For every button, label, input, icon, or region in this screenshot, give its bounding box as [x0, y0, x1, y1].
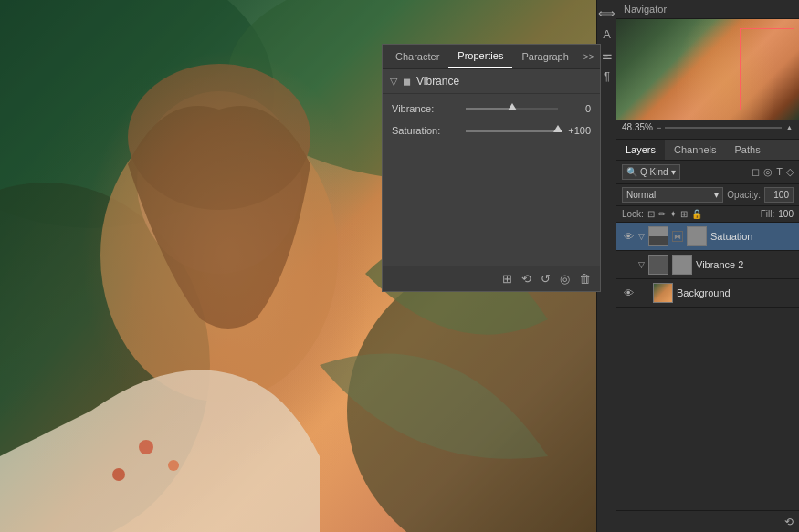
layers-panel: Navigator 48.35% − ▲ Layers Channels Pat…	[616, 0, 799, 532]
saturation-track[interactable]	[466, 130, 558, 132]
tab-paths[interactable]: Paths	[726, 140, 770, 160]
layer-expand-vibrance2[interactable]: ▽	[638, 260, 645, 269]
lock-label: Lock:	[622, 209, 644, 219]
tab-channels[interactable]: Channels	[665, 140, 725, 160]
adjustment-layer-icon: ◼	[403, 76, 411, 88]
layers-tabs: Layers Channels Paths	[616, 140, 799, 161]
navigator-panel: Navigator 48.35% − ▲	[616, 0, 799, 140]
blend-mode-arrow: ▾	[714, 190, 719, 200]
layer-eye-vibrance2[interactable]: 👁	[622, 258, 635, 271]
zoom-increase-icon[interactable]: ▲	[785, 123, 794, 132]
zoom-bar: 48.35% − ▲	[616, 120, 799, 135]
panel-menu[interactable]: ≡	[600, 48, 613, 66]
adjustment-triangle-icon: ▽	[390, 76, 397, 88]
layer-name-background: Background	[677, 287, 794, 298]
layer-thumb-satuation	[648, 226, 668, 246]
layer-item-background[interactable]: 👁 Background	[616, 279, 799, 308]
layers-footer: ⟲	[616, 510, 799, 532]
layer-eye-background[interactable]: 👁	[622, 287, 635, 299]
panel-content: Vibrance: 0 Saturation: +100	[383, 94, 600, 266]
blend-mode-dropdown[interactable]: Normal ▾	[622, 187, 723, 203]
panel-footer: ⊞ ⟲ ↺ ◎ 🗑	[383, 266, 600, 291]
saturation-thumb[interactable]	[553, 125, 562, 132]
tab-properties[interactable]: Properties	[448, 45, 512, 68]
navigator-icon[interactable]: ⟺	[598, 7, 615, 19]
layer-thumb-background	[653, 283, 673, 303]
vibrance-track[interactable]	[466, 108, 558, 110]
type-icon[interactable]: A	[603, 28, 611, 40]
layer-name-satuation: Satuation	[710, 231, 794, 242]
lock-row: Lock: ⊡ ✏ ✦ ⊞ 🔒 Fill: 100	[616, 206, 799, 223]
tab-more[interactable]: >>	[578, 48, 600, 66]
footer-icon-reset[interactable]: ↺	[541, 272, 551, 286]
opacity-value[interactable]: 100	[764, 187, 794, 203]
blend-row: Normal ▾ Opacity: 100	[616, 184, 799, 206]
layer-name-vibrance2: Vibrance 2	[696, 259, 794, 270]
navigator-viewport-rect[interactable]	[740, 28, 794, 110]
layer-mask-satuation	[687, 226, 707, 246]
blend-mode-value: Normal	[626, 190, 656, 200]
saturation-row: Saturation: +100	[392, 125, 591, 136]
filter-kind-dropdown[interactable]: 🔍 Q Kind ▾	[622, 164, 680, 180]
paragraph-icon[interactable]: ¶	[604, 70, 610, 82]
search-icon: 🔍	[626, 167, 637, 177]
panel-header: ▽ ◼ Vibrance	[383, 69, 600, 94]
filter-icons: ◻ ◎ T ◇	[752, 166, 794, 178]
layer-thumb-vibrance2	[648, 255, 668, 275]
saturation-label: Saturation:	[392, 125, 460, 136]
zoom-value[interactable]: 48.35%	[622, 122, 653, 132]
layer-chain-satuation: ⧓	[672, 231, 683, 242]
filter-shape-icon[interactable]: ◇	[786, 166, 794, 178]
properties-panel: Character Properties Paragraph >> ≡ ▽ ◼ …	[382, 44, 601, 292]
opacity-label: Opacity:	[727, 190, 761, 200]
tab-paragraph[interactable]: Paragraph	[512, 46, 577, 68]
zoom-decrease-icon[interactable]: −	[657, 123, 661, 132]
svg-point-7	[139, 440, 153, 454]
fill-label: Fill:	[761, 209, 775, 219]
vibrance-row: Vibrance: 0	[392, 103, 591, 114]
panel-empty-space	[392, 147, 591, 256]
panel-tabs: Character Properties Paragraph >> ≡	[383, 45, 600, 69]
lock-icons: ⊡ ✏ ✦ ⊞ 🔒	[647, 209, 702, 219]
lock-artboard-icon[interactable]: ⊞	[680, 209, 688, 219]
layer-expand-satuation[interactable]: ▽	[638, 232, 645, 241]
layer-eye-satuation[interactable]: 👁	[622, 230, 635, 243]
filter-pixel-icon[interactable]: ◻	[752, 166, 760, 178]
vibrance-thumb[interactable]	[508, 103, 517, 110]
adjustment-type-label: Vibrance	[416, 75, 459, 88]
lock-pixels-icon[interactable]: ✏	[658, 209, 666, 219]
navigator-title: Navigator	[624, 4, 667, 15]
filter-adjustment-icon[interactable]: ◎	[763, 166, 773, 178]
zoom-slider[interactable]	[665, 127, 782, 129]
lock-position-icon[interactable]: ✦	[669, 209, 677, 219]
saturation-value: +100	[563, 125, 591, 136]
layer-item-vibrance2[interactable]: 👁 ▽ Vibrance 2	[616, 251, 799, 279]
footer-icon-delete[interactable]: 🗑	[579, 272, 591, 286]
fill-value[interactable]: 100	[778, 209, 794, 219]
lock-transparent-icon[interactable]: ⊡	[647, 209, 655, 219]
filter-type-icon[interactable]: T	[776, 166, 783, 178]
layers-search-row: 🔍 Q Kind ▾ ◻ ◎ T ◇	[616, 161, 799, 184]
lock-all-icon[interactable]: 🔒	[691, 209, 702, 219]
filter-kind-label: Q Kind	[640, 167, 668, 177]
filter-kind-arrow: ▾	[671, 167, 676, 177]
tab-character[interactable]: Character	[386, 46, 448, 68]
footer-icon-grid[interactable]: ⊞	[502, 272, 512, 286]
tab-layers[interactable]: Layers	[616, 140, 665, 160]
layer-mask-vibrance2	[672, 255, 692, 275]
svg-point-9	[112, 468, 125, 481]
footer-icon-link[interactable]: ⟲	[521, 272, 531, 286]
navigator-thumbnail	[616, 19, 799, 120]
vibrance-value: 0	[563, 103, 591, 114]
svg-point-8	[168, 460, 179, 471]
layer-item-satuation[interactable]: 👁 ▽ ⧓ Satuation	[616, 223, 799, 251]
navigator-header: Navigator	[616, 0, 799, 19]
footer-icon-visibility[interactable]: ◎	[560, 272, 570, 286]
vibrance-label: Vibrance:	[392, 103, 460, 114]
layers-link-icon[interactable]: ⟲	[784, 516, 794, 528]
